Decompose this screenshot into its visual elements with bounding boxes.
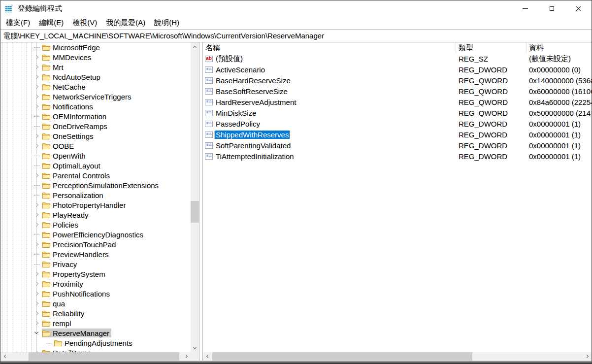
expand-chevron-icon[interactable] [34,301,38,305]
tree-item-ncdautosetup[interactable]: NcdAutoSetup [0,72,191,82]
expand-chevron-icon[interactable] [34,55,38,59]
column-header-data[interactable]: 資料 [526,42,592,53]
value-row-HardReserveAdjustment[interactable]: 011 110 HardReserveAdjustment REG_QWORD … [203,97,592,107]
value-row-BaseSoftReserveSize[interactable]: 011 110 BaseSoftReserveSize REG_QWORD 0x… [203,86,592,97]
close-button[interactable] [565,0,592,16]
tree-item-mmdevices[interactable]: MMDevices [0,52,191,62]
expand-chevron-icon[interactable] [34,292,38,296]
list-hscroll-thumb[interactable] [212,352,472,361]
expand-chevron-icon[interactable] [34,282,38,286]
tree-item-retaildemo[interactable]: RetailDemo [0,348,191,352]
maximize-button[interactable] [538,0,565,16]
expand-chevron-icon[interactable] [34,213,38,217]
tree-item-notifications[interactable]: Notifications [0,101,191,111]
scroll-down-button[interactable] [191,344,199,352]
folder-icon [42,113,50,120]
scroll-right-button[interactable] [182,352,191,361]
address-bar[interactable]: 電腦\HKEY_LOCAL_MACHINE\SOFTWARE\Microsoft… [0,30,592,42]
tree-item-netcache[interactable]: NetCache [0,82,191,92]
scroll-left-button[interactable] [0,352,9,361]
tree-item-precisiontouchpad[interactable]: PrecisionTouchPad [0,239,191,249]
tree-item-perceptionsimulationextensions[interactable]: PerceptionSimulationExtensions [0,180,191,190]
tree-item-previewhandlers[interactable]: PreviewHandlers [0,249,191,259]
tree-item-privacy[interactable]: Privacy [0,259,191,269]
menu-view[interactable]: 檢視(V) [68,17,101,29]
expand-chevron-icon[interactable] [34,223,38,227]
column-header-name[interactable]: 名稱 [203,42,456,53]
tree-item-oeminformation[interactable]: OEMInformation [0,111,191,121]
menu-file[interactable]: 檔案(F) [1,17,34,29]
list-horizontal-scrollbar[interactable] [203,352,592,361]
tree-item-policies[interactable]: Policies [0,220,191,230]
expand-chevron-icon[interactable] [34,203,38,207]
scroll-up-button[interactable] [191,42,199,51]
value-type: REG_DWORD [456,152,526,161]
expand-chevron-icon[interactable] [34,144,38,148]
expand-chevron-icon[interactable] [34,85,38,89]
tree-item-reservemanager[interactable]: ReserveManager [0,328,191,338]
tree-item-qua[interactable]: qua [0,298,191,308]
tree-item-label: NetCache [53,83,86,91]
value-row-BaseHardReserveSize[interactable]: 011 110 BaseHardReserveSize REG_QWORD 0x… [203,75,592,86]
tree-item-powerefficiencydiagnostics[interactable]: PowerEfficiencyDiagnostics [0,230,191,239]
tree-item-openwith[interactable]: OpenWith [0,151,191,161]
menu-edit[interactable]: 編輯(E) [34,17,68,29]
expand-chevron-icon[interactable] [34,330,38,334]
value-row-ActiveScenario[interactable]: 011 110 ActiveScenario REG_DWORD 0x00000… [203,64,592,75]
expand-chevron-icon[interactable] [34,75,38,79]
tree-item-photopropertyhandler[interactable]: PhotoPropertyHandler [0,200,191,210]
expand-chevron-icon[interactable] [34,95,38,99]
tree-item-label: OOBE [53,142,74,150]
tree-item-mrt[interactable]: Mrt [0,62,191,72]
tree-item-personalization[interactable]: Personalization [0,190,191,200]
tree-item-rempl[interactable]: rempl [0,318,191,328]
tree-item-parental-controls[interactable]: Parental Controls [0,170,191,180]
scroll-right-button[interactable] [583,352,592,361]
tree-vertical-scrollbar[interactable] [191,42,199,352]
value-data: 0x00000001 (1) [526,120,592,128]
list-hscroll-track[interactable] [211,352,583,361]
tree-hscroll-thumb[interactable] [29,352,179,361]
expand-chevron-icon[interactable] [34,134,38,138]
value-row-SoftParentingValidated[interactable]: 011 110 SoftParentingValidated REG_DWORD… [203,140,592,151]
expand-chevron-icon[interactable] [34,321,38,325]
tree-item-microsoftedge[interactable]: MicrosoftEdge [0,42,191,52]
tree-item-onedriveramps[interactable]: OneDriveRamps [0,121,191,131]
expand-chevron-icon[interactable] [34,242,38,246]
tree-item-propertysystem[interactable]: PropertySystem [0,269,191,279]
tree-horizontal-scrollbar[interactable] [0,352,191,361]
window-controls [512,0,592,16]
scroll-left-button[interactable] [203,352,211,361]
expand-chevron-icon[interactable] [34,272,38,276]
expand-chevron-icon[interactable] [34,311,38,315]
tree-item-networkservicetriggers[interactable]: NetworkServiceTriggers [0,92,191,101]
menu-help[interactable]: 說明(H) [150,17,184,29]
value-row-MinDiskSize[interactable]: 011 110 MinDiskSize REG_QWORD 0x50000000… [203,107,592,118]
value-row-PassedPolicy[interactable]: 011 110 PassedPolicy REG_DWORD 0x0000000… [203,118,592,129]
tree-item-playready[interactable]: PlayReady [0,210,191,220]
value-row-預設值[interactable]: ab (預設值) REG_SZ (數值未設定) [203,53,592,64]
tree-vscroll-track[interactable] [191,51,199,344]
folder-icon [42,54,50,61]
column-header-type[interactable]: 類型 [456,42,526,53]
tree-item-pushnotifications[interactable]: PushNotifications [0,289,191,298]
folder-icon [42,251,50,258]
value-row-ShippedWithReserves[interactable]: 011 110 ShippedWithReserves REG_DWORD 0x… [203,129,592,140]
tree-item-oobe[interactable]: OOBE [0,141,191,151]
tree-item-proximity[interactable]: Proximity [0,279,191,289]
folder-icon [42,232,50,238]
tree-item-optimallayout[interactable]: OptimalLayout [0,161,191,170]
tree-item-pendingadjustments[interactable]: PendingAdjustments [0,338,191,348]
expand-chevron-icon[interactable] [34,65,38,69]
tree-item-onesettings[interactable]: OneSettings [0,131,191,141]
minimize-button[interactable] [512,0,538,16]
tree-vscroll-thumb[interactable] [191,201,199,223]
value-row-TiAttemptedInitialization[interactable]: 011 110 TiAttemptedInitialization REG_DW… [203,151,592,162]
expand-chevron-icon[interactable] [34,104,38,108]
folder-icon [42,291,50,297]
expand-chevron-icon[interactable] [34,173,38,177]
folder-icon [42,94,50,100]
menu-favorites[interactable]: 我的最愛(A) [101,17,150,29]
tree-hscroll-track[interactable] [9,352,182,361]
tree-item-reliability[interactable]: Reliability [0,308,191,318]
